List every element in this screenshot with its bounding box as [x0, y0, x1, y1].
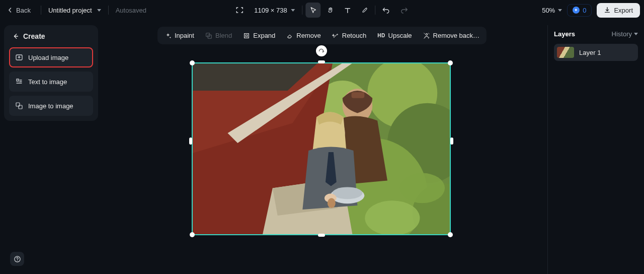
zoom-value: 50%: [542, 7, 555, 14]
canvas-image[interactable]: [192, 62, 451, 235]
layers-panel: Layers History Layer 1: [547, 25, 644, 274]
chevron-down-icon: [558, 9, 562, 12]
image-to-image-button[interactable]: Image to image: [9, 96, 93, 116]
project-name: Untitled project: [48, 7, 92, 14]
brush-icon: [361, 7, 368, 14]
chevron-down-icon: [291, 9, 295, 12]
image-to-image-icon: [15, 102, 23, 110]
resize-handle-l[interactable]: [189, 138, 192, 145]
chevron-down-icon: [634, 33, 638, 35]
remove-bg-label: Remove back…: [433, 32, 479, 39]
text-to-image-label: Text to image: [28, 78, 67, 86]
resize-handle-tl[interactable]: [190, 60, 195, 65]
create-header: Create: [9, 32, 93, 40]
retouch-action[interactable]: Retouch: [330, 30, 368, 41]
svg-point-6: [426, 33, 428, 35]
canvas-dimensions-dropdown[interactable]: 1109 × 738: [250, 5, 299, 16]
redo-icon: [400, 6, 409, 14]
blend-icon: [205, 32, 212, 39]
text-to-image-button[interactable]: Text to image: [9, 72, 93, 92]
upscale-label: Upscale: [388, 32, 412, 39]
layers-title: Layers: [554, 30, 575, 38]
text-tool[interactable]: [340, 3, 355, 18]
resize-handle-r[interactable]: [450, 138, 453, 145]
rotate-icon: [318, 48, 325, 54]
inpaint-label: Inpaint: [175, 32, 194, 39]
fit-icon: [235, 6, 244, 14]
text-to-image-icon: [15, 78, 23, 86]
image-to-image-label: Image to image: [28, 102, 73, 110]
expand-icon: [243, 32, 250, 39]
retouch-label: Retouch: [342, 32, 366, 39]
layer-thumbnail: [557, 47, 574, 58]
credits-count: 0: [583, 7, 586, 14]
wand-icon: [332, 32, 339, 39]
canvas-dimensions: 1109 × 738: [254, 7, 287, 14]
remove-label: Remove: [296, 32, 320, 39]
rotate-handle[interactable]: [316, 45, 327, 56]
svg-point-26: [365, 200, 420, 234]
create-title: Create: [23, 32, 45, 40]
canvas-image-content: [193, 63, 450, 234]
chevron-down-icon: [97, 9, 101, 12]
eraser-icon: [286, 32, 293, 39]
help-button[interactable]: [10, 252, 24, 266]
undo-icon: [382, 6, 390, 14]
chevron-left-icon: [7, 7, 13, 13]
remove-background-action[interactable]: Remove back…: [421, 30, 481, 41]
svg-rect-20: [352, 92, 365, 98]
blend-label: Blend: [215, 32, 232, 39]
credits-button[interactable]: ✦ 0: [567, 4, 592, 17]
text-icon: [344, 7, 351, 14]
edit-actions-toolbar: Inpaint Blend Expand Remove Retouch HD U…: [157, 27, 487, 44]
resize-handle-bl[interactable]: [190, 232, 195, 237]
resize-handle-t[interactable]: [318, 60, 325, 63]
resize-handle-b[interactable]: [318, 234, 325, 237]
cursor-icon: [309, 7, 317, 14]
redo-button[interactable]: [397, 3, 412, 18]
svg-rect-5: [245, 33, 249, 38]
export-label: Export: [614, 7, 633, 14]
svg-point-29: [17, 260, 17, 260]
upscale-action[interactable]: HD Upscale: [375, 30, 414, 41]
pan-tool[interactable]: [323, 3, 338, 18]
create-panel: Create Upload image Text to image Image …: [4, 25, 98, 121]
blend-action: Blend: [203, 30, 234, 41]
help-icon: [14, 255, 21, 263]
inpaint-action[interactable]: Inpaint: [163, 30, 196, 41]
expand-action[interactable]: Expand: [241, 30, 277, 41]
upload-image-label: Upload image: [28, 54, 68, 61]
resize-handle-br[interactable]: [448, 232, 453, 237]
select-tool[interactable]: [306, 3, 321, 18]
divider: [108, 6, 109, 15]
person-cutout-icon: [423, 32, 430, 39]
export-button[interactable]: Export: [597, 3, 640, 18]
undo-button[interactable]: [379, 3, 394, 18]
svg-rect-2: [19, 105, 22, 109]
resize-handle-tr[interactable]: [448, 60, 453, 65]
autosaved-status: Autosaved: [116, 7, 146, 14]
history-dropdown[interactable]: History: [612, 30, 638, 38]
download-icon: [604, 7, 611, 14]
back-button[interactable]: Back: [4, 5, 34, 16]
divider: [41, 6, 41, 15]
hand-icon: [327, 7, 334, 14]
history-label: History: [612, 30, 632, 38]
project-name-dropdown[interactable]: Untitled project: [48, 7, 101, 14]
remove-action[interactable]: Remove: [284, 30, 323, 41]
layer-item[interactable]: Layer 1: [554, 44, 638, 61]
divider: [302, 6, 303, 15]
zoom-dropdown[interactable]: 50%: [542, 7, 562, 14]
arrow-left-icon: [12, 33, 19, 40]
fit-canvas-button[interactable]: [232, 3, 247, 18]
hd-icon: HD: [377, 33, 385, 38]
back-label: Back: [16, 7, 31, 14]
upload-image-icon: [15, 53, 23, 61]
upload-image-button[interactable]: Upload image: [9, 47, 93, 67]
expand-label: Expand: [253, 32, 275, 39]
credits-icon: ✦: [573, 7, 580, 14]
brush-tool[interactable]: [357, 3, 372, 18]
canvas[interactable]: [190, 46, 452, 235]
divider: [375, 6, 376, 15]
svg-point-23: [333, 187, 363, 199]
